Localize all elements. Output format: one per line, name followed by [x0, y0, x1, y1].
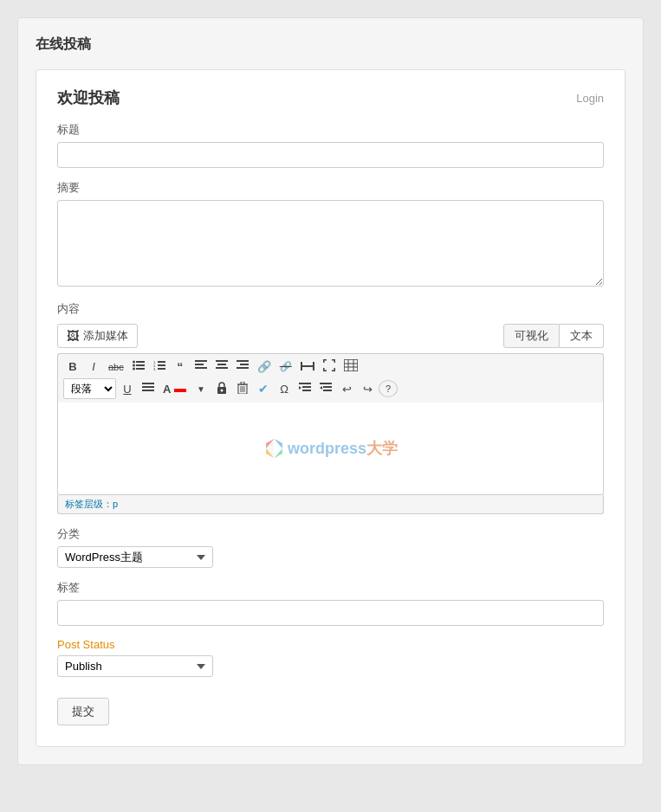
watermark: wordpress大学	[263, 438, 398, 459]
category-select[interactable]: WordPress主题 WordPress插件 WordPress教程 未分类	[57, 546, 213, 568]
checkmark-button[interactable]: ✔	[254, 380, 273, 397]
align-left-button[interactable]	[191, 358, 211, 375]
visual-view-button[interactable]: 可视化	[503, 324, 560, 348]
svg-rect-5	[136, 368, 145, 370]
svg-rect-48	[323, 390, 332, 391]
toolbar-row-1: B I abc 1.2.3. “	[63, 358, 598, 376]
tags-label: 标签	[57, 580, 604, 596]
svg-rect-44	[302, 386, 311, 388]
outer-container: 在线投稿 欢迎投稿 Login 标题 摘要 内容 🖼 添加媒体 可	[17, 17, 644, 765]
table-button[interactable]	[340, 358, 361, 376]
category-field-group: 分类 WordPress主题 WordPress插件 WordPress教程 未…	[57, 526, 604, 568]
help-button[interactable]: ?	[379, 380, 398, 397]
outdent-button[interactable]	[316, 381, 335, 397]
text-view-button[interactable]: 文本	[560, 324, 604, 348]
font-color-button[interactable]: A	[159, 381, 190, 397]
tags-input[interactable]	[57, 600, 604, 626]
submit-button[interactable]: 提交	[57, 698, 109, 725]
svg-rect-11	[158, 368, 165, 370]
svg-marker-52	[266, 448, 274, 458]
add-media-row: 🖼 添加媒体 可视化 文本	[57, 324, 604, 348]
lock-button[interactable]	[212, 380, 231, 398]
undo-button[interactable]: ↩	[337, 381, 356, 397]
tag-level-label: 标签层级：	[65, 499, 113, 509]
unlink-button[interactable]: 🔗	[276, 359, 295, 374]
svg-rect-7	[158, 361, 165, 363]
editor-area: wordpress大学	[57, 403, 604, 495]
page-title: 在线投稿	[36, 35, 625, 54]
underline-button[interactable]: U	[118, 381, 137, 397]
svg-rect-43	[299, 383, 311, 384]
svg-point-36	[221, 389, 224, 391]
add-media-label: 添加媒体	[83, 328, 128, 344]
svg-rect-13	[195, 364, 204, 365]
align-right-button[interactable]	[233, 358, 252, 375]
summary-label: 摘要	[57, 180, 604, 196]
content-label: 内容	[57, 301, 604, 317]
svg-rect-34	[142, 390, 154, 391]
svg-rect-25	[301, 362, 302, 371]
svg-rect-21	[240, 364, 249, 365]
omega-button[interactable]: Ω	[275, 381, 294, 397]
post-status-select[interactable]: Publish Draft Pending	[57, 655, 213, 677]
svg-rect-45	[302, 390, 311, 391]
svg-text:3.: 3.	[153, 367, 156, 371]
content-field-group: 内容 🖼 添加媒体 可视化 文本 B I abc	[57, 301, 604, 514]
title-field-group: 标题	[57, 122, 604, 168]
svg-rect-33	[142, 386, 154, 388]
svg-rect-24	[301, 365, 314, 367]
add-media-button[interactable]: 🖼 添加媒体	[57, 324, 138, 348]
svg-rect-17	[217, 364, 226, 365]
tags-field-group: 标签	[57, 580, 604, 626]
svg-rect-3	[136, 364, 145, 366]
svg-rect-16	[216, 360, 228, 362]
svg-rect-18	[216, 367, 228, 369]
title-input[interactable]	[57, 142, 604, 168]
tag-level-bar: 标签层级：p	[57, 495, 604, 514]
redo-button[interactable]: ↪	[358, 381, 377, 397]
strikethrough-button[interactable]: abc	[105, 360, 127, 374]
fullscreen-button[interactable]	[320, 358, 339, 376]
svg-marker-49	[265, 440, 283, 458]
summary-field-group: 摘要	[57, 180, 604, 289]
form-heading: 欢迎投稿	[57, 87, 120, 108]
svg-rect-12	[195, 360, 207, 362]
editor-content[interactable]: wordpress大学	[65, 409, 596, 487]
title-label: 标题	[57, 122, 604, 138]
svg-rect-22	[237, 367, 249, 369]
italic-button[interactable]: I	[84, 358, 103, 375]
category-label: 分类	[57, 526, 604, 542]
toolbar-row-2: 段落 标题1 标题2 U A ▼	[63, 378, 598, 399]
bold-button[interactable]: B	[63, 358, 82, 375]
svg-marker-50	[266, 439, 274, 448]
form-card: 欢迎投稿 Login 标题 摘要 内容 🖼 添加媒体 可视化 文本	[36, 69, 625, 747]
svg-rect-39	[241, 382, 244, 384]
ul-button[interactable]	[129, 358, 148, 375]
svg-rect-27	[344, 359, 358, 371]
watermark-text: wordpress大学	[288, 438, 398, 459]
hr-button[interactable]	[297, 358, 318, 375]
justify-button[interactable]	[139, 381, 158, 397]
svg-point-4	[133, 368, 135, 371]
svg-marker-53	[274, 448, 282, 458]
blockquote-button[interactable]: “	[171, 358, 190, 376]
color-dropdown-button[interactable]: ▼	[191, 383, 211, 396]
indent-button[interactable]	[295, 381, 314, 397]
link-button[interactable]: 🔗	[254, 358, 275, 375]
ol-button[interactable]: 1.2.3.	[150, 358, 169, 375]
svg-rect-26	[313, 362, 314, 371]
summary-textarea[interactable]	[57, 200, 604, 287]
svg-point-0	[133, 361, 135, 364]
trash-button[interactable]	[233, 380, 252, 398]
align-center-button[interactable]	[212, 358, 231, 375]
tag-level-value: p	[113, 499, 118, 509]
login-link[interactable]: Login	[576, 92, 604, 105]
add-media-icon: 🖼	[67, 329, 79, 343]
editor-toolbar: B I abc 1.2.3. “	[57, 353, 604, 403]
wordpress-logo-icon	[263, 438, 284, 459]
svg-rect-9	[158, 364, 165, 366]
svg-rect-47	[323, 386, 332, 388]
svg-rect-46	[320, 383, 332, 384]
form-header: 欢迎投稿 Login	[57, 87, 604, 108]
paragraph-select[interactable]: 段落 标题1 标题2	[63, 378, 116, 399]
